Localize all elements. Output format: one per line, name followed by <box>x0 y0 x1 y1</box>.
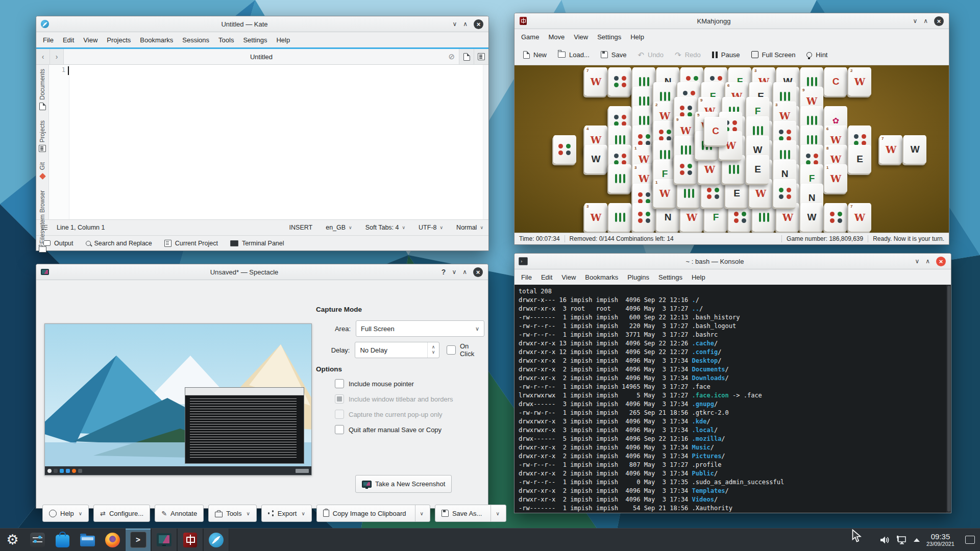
button-tools[interactable]: Tools∨ <box>208 505 257 522</box>
taskbar-launcher-dolphin[interactable] <box>75 529 100 551</box>
toolbar-pause[interactable]: Pause <box>707 48 745 62</box>
mahjong-tile[interactable]: W <box>800 203 823 232</box>
menu-move[interactable]: Move <box>544 31 569 43</box>
menu-edit[interactable]: Edit <box>537 271 556 284</box>
menu-help[interactable]: Help <box>688 271 709 284</box>
toolbar-save[interactable]: Save <box>596 48 631 62</box>
menu-help[interactable]: Help <box>626 31 648 43</box>
mahjong-tile[interactable]: 7W <box>879 135 902 164</box>
toolview-terminal-panel[interactable]: Terminal Panel <box>230 240 284 247</box>
menu-sessions[interactable]: Sessions <box>178 34 213 46</box>
maximize-icon[interactable]: ∧ <box>463 21 468 27</box>
on-click-checkbox[interactable] <box>447 345 456 355</box>
konsole-titlebar[interactable]: › ~ : bash — Konsole ∨ ∧ × <box>514 254 951 269</box>
tab-back-icon[interactable]: ‹ <box>36 49 50 64</box>
mahjong-tile[interactable] <box>674 155 697 184</box>
mahjong-tile[interactable]: 1W <box>824 164 847 193</box>
mahjong-tile[interactable] <box>608 67 631 96</box>
status-normal[interactable]: Normal∨ <box>456 224 483 231</box>
taskbar-task-kmahjongg[interactable] <box>177 529 203 551</box>
menu-view[interactable]: View <box>570 31 592 43</box>
button-copy-image-to-clipboard[interactable]: Copy Image to Clipboard∨ <box>316 505 430 522</box>
terminal-output[interactable]: total 208drwxr-x--- 16 impish impish 409… <box>514 285 951 513</box>
menu-file[interactable]: File <box>517 271 536 284</box>
button-annotate[interactable]: ✎Annotate <box>155 505 204 522</box>
mahjong-tile[interactable]: 7W <box>848 203 871 232</box>
taskbar-task-konsole[interactable]: > <box>125 529 151 551</box>
maximize-icon[interactable]: ∧ <box>925 258 930 264</box>
cursor-position[interactable]: Line 1, Column 1 <box>57 224 105 231</box>
new-document-icon[interactable] <box>459 49 474 64</box>
sidebar-tab-git[interactable]: Git <box>39 162 46 180</box>
menu-file[interactable]: File <box>39 34 58 46</box>
taskbar-launcher-application-launcher[interactable]: ⚙ <box>0 529 25 551</box>
menu-tools[interactable]: Tools <box>214 34 238 46</box>
taskbar-task-kate[interactable] <box>203 529 229 551</box>
toolview-output[interactable]: Output <box>43 240 74 247</box>
menu-view[interactable]: View <box>79 34 102 46</box>
kate-titlebar[interactable]: Untitled — Kate ∨ ∧ × <box>36 16 488 32</box>
menu-settings[interactable]: Settings <box>654 271 687 284</box>
toolbar-hint[interactable]: Hint <box>802 48 832 62</box>
menu-view[interactable]: View <box>557 271 580 284</box>
menu-settings[interactable]: Settings <box>239 34 271 46</box>
chevron-down-icon[interactable]: ∨ <box>496 511 499 516</box>
spinner-arrows-icon[interactable]: ∧∨ <box>427 342 439 358</box>
sidebar-tab-documents[interactable]: Documents <box>39 69 46 110</box>
menu-edit[interactable]: Edit <box>59 34 78 46</box>
mahjong-tile[interactable]: C <box>824 67 847 96</box>
minimize-icon[interactable]: ∨ <box>452 269 456 275</box>
mahjong-tile[interactable] <box>608 164 631 193</box>
toolview-search-and-replace[interactable]: Search and Replace <box>86 240 152 247</box>
mahjong-tile[interactable]: 1W <box>653 179 676 208</box>
mahjong-tile[interactable]: 3W <box>584 203 607 232</box>
mahjong-board[interactable]: 7WNF3WWC2W8WEF9W8WFEN7W✿4WCW5WEN6W7WWW1W… <box>514 65 949 233</box>
minimize-icon[interactable]: ∨ <box>452 21 457 27</box>
digital-clock[interactable]: 09:35 23/09/2021 <box>926 532 954 547</box>
option-include-mouse-pointer[interactable]: Include mouse pointer <box>335 379 484 388</box>
toolbar-new[interactable]: New <box>519 48 551 62</box>
checkbox-icon[interactable] <box>335 379 344 388</box>
volume-icon[interactable] <box>879 536 889 544</box>
toolbar-full-screen[interactable]: Full Screen <box>747 48 800 62</box>
menu-projects[interactable]: Projects <box>103 34 135 46</box>
status-en-gb[interactable]: en_GB∨ <box>326 224 352 231</box>
menu-bookmarks[interactable]: Bookmarks <box>136 34 177 46</box>
mahjong-tile[interactable]: 7W <box>584 67 607 96</box>
editor-scrollbar[interactable] <box>483 65 488 219</box>
close-icon[interactable]: × <box>473 267 483 277</box>
tab-forward-icon[interactable]: › <box>50 49 64 64</box>
area-combobox[interactable]: Full Screen ∨ <box>356 320 484 337</box>
close-icon[interactable]: × <box>936 257 946 266</box>
option-quit-after-manual-save-or-copy[interactable]: Quit after manual Save or Copy <box>335 425 484 434</box>
whats-this-icon[interactable]: ? <box>442 268 446 276</box>
kmahjongg-titlebar[interactable]: KMahjongg ∨ ∧ × <box>514 13 949 29</box>
network-icon[interactable] <box>896 535 907 544</box>
chevron-down-icon[interactable]: ∨ <box>420 511 424 516</box>
kate-document-tab[interactable]: Untitled ⊘ <box>64 49 459 64</box>
menu-help[interactable]: Help <box>272 34 294 46</box>
mahjong-tile[interactable]: E <box>848 145 871 173</box>
mahjong-tile[interactable] <box>553 135 576 164</box>
maximize-icon[interactable]: ∧ <box>462 269 467 275</box>
button-help[interactable]: Help∨ <box>42 505 89 522</box>
toolbar-load[interactable]: Load... <box>553 48 594 62</box>
taskbar-launcher-discover[interactable] <box>50 529 75 551</box>
close-icon[interactable]: × <box>474 19 483 29</box>
mahjong-tile[interactable]: C <box>704 117 727 145</box>
statusbar-menu-icon[interactable] <box>41 225 47 230</box>
minimize-icon[interactable]: ∨ <box>915 258 919 264</box>
button-export[interactable]: Export∨ <box>261 505 312 522</box>
terminal-scrollbar[interactable] <box>946 285 951 513</box>
delay-spinbox[interactable]: No Delay ∧∨ <box>355 342 439 358</box>
menu-plugins[interactable]: Plugins <box>623 271 653 284</box>
menu-bookmarks[interactable]: Bookmarks <box>581 271 622 284</box>
tab-close-icon[interactable]: ⊘ <box>448 52 455 61</box>
expand-tray-icon[interactable] <box>914 538 920 542</box>
minimize-icon[interactable]: ∨ <box>913 18 917 24</box>
mahjong-tile[interactable] <box>773 179 796 208</box>
mahjong-tile[interactable]: W <box>584 145 607 173</box>
split-view-icon[interactable] <box>474 49 488 64</box>
take-new-screenshot-button[interactable]: Take a New Screenshot <box>355 475 452 493</box>
button-save-as[interactable]: Save As...∨ <box>435 505 506 522</box>
